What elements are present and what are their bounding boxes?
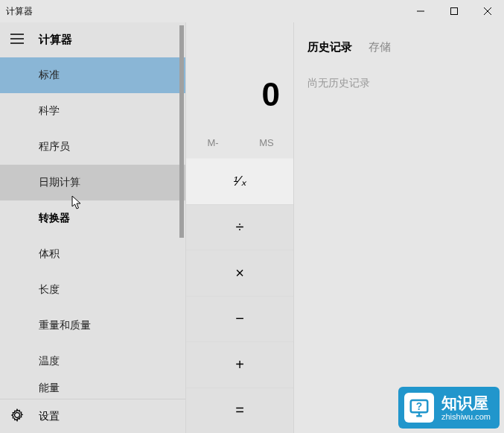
nav-item-energy[interactable]: 能量	[0, 379, 185, 397]
memory-minus-button[interactable]: M-	[186, 127, 240, 158]
history-tabs: 历史记录 存储	[307, 40, 491, 54]
nav-item-weight[interactable]: 重量和质量	[0, 308, 185, 344]
window-controls	[403, 0, 504, 22]
title-bar: 计算器	[0, 0, 504, 22]
divide-key[interactable]: ÷	[186, 204, 293, 250]
left-pane: 0 M- MS ¹⁄ₓ ÷ × − + = 计算器 标准 科学	[0, 22, 293, 433]
history-pane: 历史记录 存储 尚无历史记录	[293, 22, 504, 433]
multiply-key[interactable]: ×	[186, 250, 293, 296]
plus-key[interactable]: +	[186, 341, 293, 388]
nav-item-label: 程序员	[39, 140, 70, 154]
maximize-button[interactable]	[437, 0, 470, 22]
hamburger-icon	[10, 34, 24, 44]
close-button[interactable]	[470, 0, 504, 22]
nav-item-programmer[interactable]: 程序员	[0, 129, 185, 165]
nav-settings[interactable]: 设置	[0, 399, 185, 433]
nav-item-label: 标准	[39, 69, 60, 82]
nav-item-volume[interactable]: 体积	[0, 236, 185, 272]
svg-text:?: ?	[416, 401, 422, 412]
gear-icon	[10, 408, 25, 425]
equals-key[interactable]: =	[186, 388, 293, 434]
nav-item-label: 重量和质量	[39, 319, 91, 332]
nav-item-standard[interactable]: 标准	[0, 57, 185, 93]
nav-settings-label: 设置	[39, 410, 60, 423]
keypad: ¹⁄ₓ ÷ × − + =	[186, 158, 293, 433]
memory-store-button[interactable]: MS	[240, 127, 293, 158]
window-title: 计算器	[6, 5, 33, 18]
nav-item-scientific[interactable]: 科学	[0, 93, 185, 129]
watermark-title: 知识屋	[441, 394, 491, 411]
nav-section-converter: 转换器	[0, 200, 185, 236]
memory-row: M- MS	[186, 127, 293, 158]
nav-item-label: 日期计算	[39, 176, 80, 189]
nav-item-label: 科学	[39, 104, 60, 118]
nav-item-date-calc[interactable]: 日期计算	[0, 165, 185, 200]
watermark-url: zhishiwu.com	[441, 412, 491, 421]
nav-item-label: 温度	[39, 355, 60, 368]
watermark: ? 知识屋 zhishiwu.com	[398, 387, 500, 429]
nav-item-label: 能量	[39, 382, 60, 395]
calculator-display: 0	[186, 22, 293, 127]
minus-key[interactable]: −	[186, 296, 293, 342]
minimize-button[interactable]	[403, 0, 437, 22]
tab-memory[interactable]: 存储	[369, 40, 391, 54]
nav-item-temperature[interactable]: 温度	[0, 344, 185, 379]
navigation-panel: 计算器 标准 科学 程序员 日期计算 转换器 体积 长度 重量和质量 温度 能量…	[0, 22, 186, 433]
nav-scrollbar[interactable]	[179, 25, 184, 238]
nav-item-label: 体积	[39, 247, 60, 261]
nav-item-label: 长度	[39, 283, 60, 297]
history-empty-text: 尚无历史记录	[307, 77, 491, 90]
nav-item-length[interactable]: 长度	[0, 272, 185, 308]
svg-rect-1	[450, 8, 457, 15]
hamburger-button[interactable]	[0, 22, 34, 55]
watermark-monitor-icon: ?	[404, 393, 434, 423]
reciprocal-key[interactable]: ¹⁄ₓ	[186, 158, 293, 204]
calculator-column: 0 M- MS ¹⁄ₓ ÷ × − + =	[186, 22, 293, 433]
tab-history[interactable]: 历史记录	[307, 40, 352, 54]
